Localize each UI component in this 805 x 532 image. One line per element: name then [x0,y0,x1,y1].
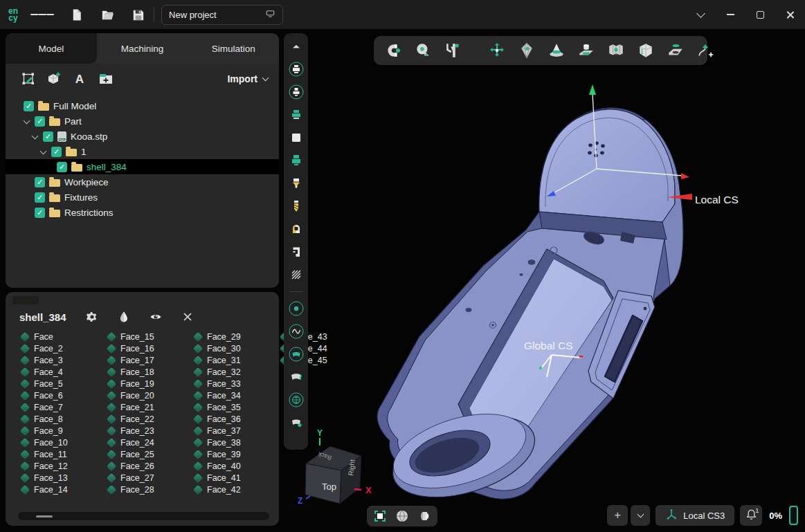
tool-small-icon[interactable] [289,107,304,122]
collapse-button[interactable] [686,0,716,29]
hatch-region-icon[interactable] [289,267,304,282]
chevron-down-icon[interactable] [39,147,47,156]
face-list-item[interactable]: Face_33 [192,378,279,389]
face-list-item[interactable]: Face_24 [106,437,192,448]
face-list-item[interactable]: Face_41 [192,472,279,484]
face-list-item[interactable]: Face_11 [19,448,106,460]
stock-cube-icon[interactable] [637,42,655,59]
measure-tape-icon[interactable] [414,42,432,59]
surface-sel-icon[interactable] [289,347,304,362]
gem-icon[interactable] [518,42,536,59]
tree-item-shell-384[interactable]: ✓shell_384 [6,159,279,174]
chamfer-icon[interactable] [548,42,566,59]
tool-view-icon[interactable] [417,509,431,523]
color-fill-icon[interactable] [118,311,130,323]
route-add-icon[interactable] [696,42,714,59]
tree-item-1[interactable]: ✓1 [6,144,279,159]
checkbox-checked[interactable]: ✓ [24,101,34,111]
face-list-item[interactable]: Face_25 [106,448,192,460]
hole-face-icon[interactable] [667,42,685,59]
checkbox-checked[interactable]: ✓ [35,177,45,187]
model-dome-rim[interactable] [642,120,683,286]
face-list-item[interactable]: Face_8 [19,413,106,425]
face-list-item[interactable]: Face_34 [192,389,279,401]
surface-icon[interactable] [289,369,304,385]
workpiece-square-icon[interactable] [289,130,304,145]
face-list-item[interactable]: Face [19,331,106,342]
face-list-item[interactable]: Face_19 [106,378,192,389]
project-face-icon[interactable] [577,42,595,59]
countersink-tool-icon[interactable] [289,176,304,191]
checkbox-checked[interactable]: ✓ [35,208,45,218]
menu-icon[interactable] [30,3,54,26]
caliper-icon[interactable] [444,42,462,59]
tab-model[interactable]: Model [6,33,97,64]
model-tray-floor[interactable] [469,259,612,444]
face-list-item[interactable]: Face_28 [106,484,192,495]
mesh-sphere-icon[interactable] [289,392,304,407]
face-list-item[interactable]: Face_18 [106,366,192,378]
model-dome-face[interactable] [539,109,675,222]
face-list-item[interactable]: Face_39 [192,448,279,460]
sketch-icon[interactable] [21,71,36,86]
face-list-item[interactable]: Face_2 [19,342,106,354]
chevron-down-icon[interactable] [22,117,30,125]
point-icon[interactable] [289,301,304,316]
checkbox-checked[interactable]: ✓ [51,147,62,157]
face-list-item[interactable]: Face_20 [106,389,192,401]
move-icon[interactable] [488,42,506,59]
horizontal-scrollbar[interactable] [18,512,269,520]
tab-machining[interactable]: Machining [97,33,188,64]
face-list-item[interactable]: Face_17 [106,354,192,366]
face-list-item[interactable]: Face_31 [192,354,279,366]
shaded-view-icon[interactable] [395,509,409,523]
navcube-top-label[interactable]: Top [322,481,336,492]
face-list-item[interactable]: Face_16 [106,342,192,354]
face-list-item[interactable]: Face_10 [19,437,106,448]
panel-grip[interactable] [12,296,39,304]
face-list-item[interactable]: Face_21 [106,401,192,413]
tree-item-restrictions[interactable]: ✓Restrictions [6,205,279,220]
maximize-button[interactable] [745,0,775,29]
tree-item-part[interactable]: ✓Part [6,113,279,129]
face-list-item[interactable]: Face_32 [192,366,279,378]
face-list-item[interactable]: Face_37 [192,425,279,437]
checkbox-checked[interactable]: ✓ [35,192,45,203]
tree-item-workpiece[interactable]: ✓Workpiece [6,174,279,190]
display-icon[interactable] [265,8,275,21]
open-file-icon[interactable] [96,3,119,26]
import-button[interactable]: Import [227,73,268,84]
tree-item-kooa-stp[interactable]: ✓STPKooa.stp [6,129,279,144]
face-list-item[interactable]: Face_4 [19,366,106,378]
face-list-item[interactable]: Face_6 [19,389,106,401]
checkbox-checked[interactable]: ✓ [57,162,67,172]
tool-large-icon[interactable] [289,153,304,168]
face-list-item[interactable]: Face_14 [19,484,106,495]
scrollbar-thumb[interactable] [36,515,53,517]
model-tray-rim[interactable] [388,228,664,490]
tool-setup-icon[interactable] [289,62,304,77]
unfold-icon[interactable] [607,42,625,59]
curve-icon[interactable] [289,324,304,339]
face-list-item[interactable]: Face_3 [19,354,106,366]
save-icon[interactable] [126,3,150,26]
snap-magnet-icon[interactable] [384,42,402,59]
model-hinge-band[interactable] [539,212,667,239]
face-list-item[interactable]: Face_7 [19,401,106,413]
visibility-icon[interactable] [150,311,162,323]
face-list-item[interactable]: Face_27 [106,472,192,484]
model-boss[interactable] [383,400,544,513]
model-slot-plate[interactable] [588,291,655,398]
close-button[interactable] [775,0,805,29]
cs-selector-button[interactable]: Local CS3 [655,505,734,526]
text-tool-icon[interactable]: A [72,71,87,86]
tool-setup-2-icon[interactable] [289,84,304,100]
minimize-button[interactable] [716,0,745,29]
face-list-item[interactable]: Face_23 [106,425,192,437]
notifications-button[interactable]: 1 [740,505,762,526]
tree-item-full-model[interactable]: ✓Full Model [6,98,279,113]
face-list-item[interactable]: Face_36 [192,413,279,425]
cs-dropdown-button[interactable] [631,505,650,526]
add-folder-icon[interactable] [98,71,113,86]
checkbox-checked[interactable]: ✓ [35,116,45,127]
